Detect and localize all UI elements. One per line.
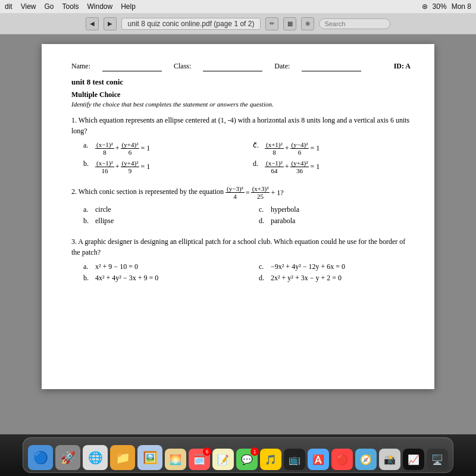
q3-choice-b-text: 4x² + 4y² − 3x + 9 = 0	[95, 274, 158, 283]
section-subtitle: Identify the choice that best completes …	[71, 101, 411, 108]
q3-choice-d-text: 2x² + y² + 3x − y + 2 = 0	[271, 274, 342, 283]
q1-choice-a[interactable]: a. (x−1)²8 + (y+4)²6 = 1	[83, 141, 241, 156]
q2-choice-b[interactable]: b. ellipse	[83, 217, 235, 226]
q1-number: 1.	[71, 116, 77, 124]
share-button[interactable]: ▦	[283, 17, 296, 30]
dock-launchpad[interactable]: 🚀	[55, 445, 80, 470]
q3-choice-a-letter: a.	[83, 262, 93, 271]
q1-choice-a-math: (x−1)²8 + (y+4)²6 = 1	[95, 141, 150, 156]
question-2: 2. Which conic section is represented by…	[71, 185, 411, 225]
menu-item-help[interactable]: Help	[121, 2, 136, 11]
messages-badge: 1	[250, 447, 259, 456]
question-1: 1. Which equation represents an ellipse …	[71, 115, 411, 174]
name-field	[102, 62, 162, 71]
q2-choice-c[interactable]: c. hyperbola	[259, 205, 411, 214]
q2-choice-b-text: ellipse	[95, 217, 114, 226]
dock-finder[interactable]: 🔵	[28, 445, 53, 470]
q2-choice-d[interactable]: d. parabola	[259, 217, 411, 226]
q2-choice-d-text: parabola	[271, 217, 295, 226]
dock-photos[interactable]: 🌅	[165, 449, 186, 470]
dock-safari[interactable]: 🧭	[355, 449, 377, 470]
q3-number: 3.	[71, 237, 77, 246]
q1-choice-b-letter: b.	[83, 159, 93, 168]
q2-choice-c-text: hyperbola	[271, 205, 299, 214]
dock-tv[interactable]: 📺	[284, 449, 305, 470]
dock-container: 🔵 🚀 🌐 📁 🖼️ 🌅 🗓️ 6 📝 💬 1 🎵 📺 🅰️ 🔴 🧭 📸 📈 🖥…	[0, 434, 476, 476]
q1-choice-b[interactable]: b. (x−1)²16 + (y+4)²9 = 1	[83, 159, 241, 174]
q3-choice-b[interactable]: b. 4x² + 4y² − 3x + 9 = 0	[83, 274, 235, 283]
q2-number: 2.	[71, 188, 77, 196]
q1-choice-d[interactable]: d. (x−1)²64 + (y+4)²36 = 1	[253, 159, 411, 174]
question-2-text: 2. Which conic section is represented by…	[71, 185, 411, 200]
dock-red-app[interactable]: 🔴	[331, 449, 353, 470]
dock-preview[interactable]: 🖼️	[137, 445, 162, 470]
q1-choice-c-letter: c̃.	[253, 141, 262, 150]
dock-messages[interactable]: 💬 1	[236, 449, 258, 470]
zoom-button[interactable]: ⊕	[301, 17, 314, 30]
menu-item-tools[interactable]: Tools	[62, 2, 79, 11]
q1-choices: a. (x−1)²8 + (y+4)²6 = 1 c̃. (x+1)²8 + (…	[83, 141, 411, 174]
menubar: dit View Go Tools Window Help ⊛ 30% Mon …	[0, 0, 476, 13]
dock-itunes[interactable]: 🎵	[260, 449, 281, 470]
id-label: ID: A	[394, 62, 411, 71]
q1-choice-d-letter: d.	[253, 159, 262, 168]
time-display: Mon 8	[452, 2, 471, 11]
menu-item-go[interactable]: Go	[44, 2, 54, 11]
pdf-area: Name: Class: Date: ID: A unit 8 test con…	[0, 35, 476, 434]
calendar-badge: 6	[203, 447, 211, 456]
dock: 🔵 🚀 🌐 📁 🖼️ 🌅 🗓️ 6 📝 💬 1 🎵 📺 🅰️ 🔴 🧭 📸 📈 🖥…	[23, 437, 453, 473]
dock-chrome[interactable]: 🌐	[83, 445, 108, 470]
q2-choice-a[interactable]: a. circle	[83, 205, 235, 214]
pencil-button[interactable]: ✏	[265, 17, 278, 30]
question-3-text: 3. A graphic designer is designing an el…	[71, 236, 411, 258]
dock-stocks[interactable]: 📈	[403, 449, 424, 470]
dock-monitor[interactable]: 🖥️	[427, 449, 448, 470]
q1-choice-c-math: (x+1)²8 + (y−4)²6 = 1	[265, 141, 320, 156]
name-label: Name:	[71, 62, 90, 71]
section-title: Multiple Choice	[71, 90, 411, 99]
q3-choice-a[interactable]: a. x² + 9 − 10 = 0	[83, 262, 235, 271]
q2-choice-a-letter: a.	[83, 205, 93, 214]
forward-button[interactable]: ▶	[104, 17, 117, 30]
date-label: Date:	[274, 62, 290, 71]
q2-choices: a. circle c. hyperbola b. ellipse d. par…	[83, 205, 411, 226]
q3-choices: a. x² + 9 − 10 = 0 c. −9x² + 4y² − 12y +…	[83, 262, 411, 283]
back-button[interactable]: ◀	[86, 17, 99, 30]
menubar-right: ⊛ 30% Mon 8	[422, 2, 471, 11]
toolbar: ◀ ▶ unit 8 quiz conic online.pdf (page 1…	[0, 13, 476, 35]
dock-camera[interactable]: 📸	[379, 449, 400, 470]
class-field	[203, 62, 262, 71]
header-fields: Name: Class: Date:	[71, 62, 361, 71]
search-input[interactable]	[319, 18, 390, 29]
document-title: unit 8 quiz conic online.pdf (page 1 of …	[121, 18, 261, 30]
dock-appstore[interactable]: 🅰️	[308, 449, 329, 470]
question-1-text: 1. Which equation represents an ellipse …	[71, 115, 411, 136]
q3-choice-d[interactable]: d. 2x² + y² + 3x − y + 2 = 0	[259, 274, 411, 283]
q1-choice-a-letter: a.	[83, 141, 93, 150]
date-field	[302, 62, 361, 71]
q3-choice-a-text: x² + 9 − 10 = 0	[95, 262, 138, 271]
pdf-header: Name: Class: Date: ID: A	[71, 62, 411, 71]
document-title: unit 8 test conic	[71, 77, 411, 87]
menu-item-window[interactable]: Window	[87, 2, 113, 11]
class-label: Class:	[174, 62, 191, 71]
pdf-page: Name: Class: Date: ID: A unit 8 test con…	[42, 44, 434, 389]
dock-notes[interactable]: 📝	[212, 449, 234, 470]
q3-choice-c-letter: c.	[259, 262, 268, 271]
q1-choice-c[interactable]: c̃. (x+1)²8 + (y−4)²6 = 1	[253, 141, 411, 156]
dock-calendar[interactable]: 🗓️ 6	[189, 449, 210, 470]
q2-choice-a-text: circle	[95, 205, 111, 214]
menu-item-view[interactable]: View	[21, 2, 36, 11]
q3-choice-d-letter: d.	[259, 274, 268, 283]
battery-indicator: 30%	[433, 2, 447, 11]
q3-choice-b-letter: b.	[83, 274, 93, 283]
q1-choice-b-math: (x−1)²16 + (y+4)²9 = 1	[95, 159, 150, 174]
menu-item-edit[interactable]: dit	[5, 2, 12, 11]
question-3: 3. A graphic designer is designing an el…	[71, 236, 411, 283]
q2-choice-b-letter: b.	[83, 217, 93, 226]
q3-choice-c[interactable]: c. −9x² + 4y² − 12y + 6x = 0	[259, 262, 411, 271]
q3-choice-c-text: −9x² + 4y² − 12y + 6x = 0	[271, 262, 345, 271]
dock-files[interactable]: 📁	[110, 445, 135, 470]
q1-choice-d-math: (x−1)²64 + (y+4)²36 = 1	[265, 159, 320, 174]
q2-choice-d-letter: d.	[259, 217, 268, 226]
